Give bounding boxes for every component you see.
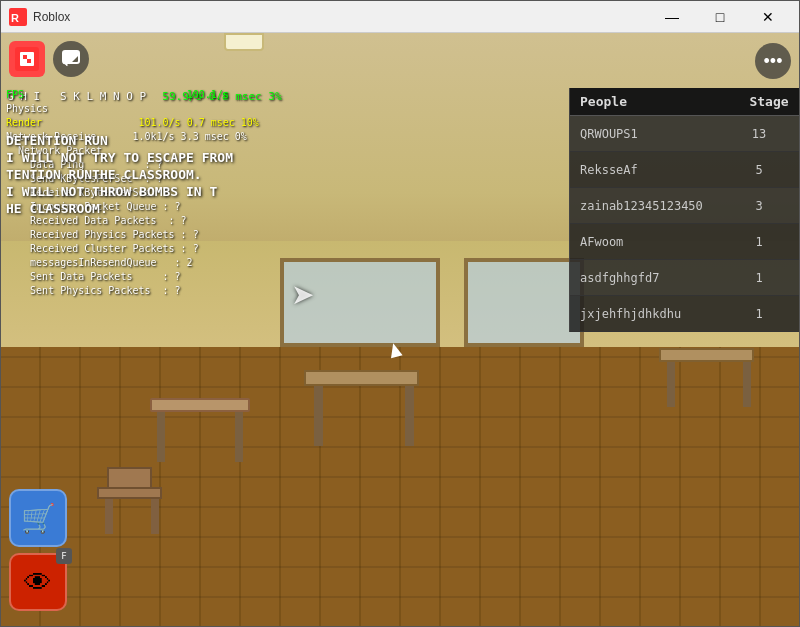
debug-recv-cluster-line: Received Cluster Packets : ? (6, 242, 259, 256)
eye-icon: 👁 (24, 566, 52, 599)
chair-left (97, 467, 167, 537)
people-stage-value: 3 (729, 199, 789, 213)
desk-right-leg2 (743, 362, 751, 407)
debug-messages-resend-line: messagesInResendQueue : 2 (6, 256, 259, 270)
debug-physics-line: Physics (6, 102, 259, 116)
close-button[interactable]: ✕ (745, 1, 791, 33)
desk-right-leg1 (667, 362, 675, 407)
people-name: QRWOUPS1 (580, 127, 729, 141)
desk-left (145, 398, 255, 478)
debug-fps-line: FPS 100.1/s (6, 88, 259, 102)
ceiling-light (224, 33, 264, 51)
chair-left-seat (97, 487, 162, 499)
people-name: ReksseAf (580, 163, 729, 177)
chat-line-1: DETENTION RUN (6, 133, 233, 148)
desk-right-top (659, 348, 754, 362)
chat-line-5: HE CLASSROOM. (6, 201, 233, 216)
people-stage-value: 1 (729, 235, 789, 249)
people-name: AFwoom (580, 235, 729, 249)
desk-center-top (304, 370, 419, 386)
desk-left-leg2 (235, 412, 243, 462)
desk-center-leg2 (405, 386, 414, 446)
people-stage-value: 13 (729, 127, 789, 141)
menu-button[interactable]: ••• (755, 43, 791, 79)
people-column-header: People (570, 88, 739, 115)
desk-center-leg1 (314, 386, 323, 446)
desk-center (304, 370, 424, 460)
people-row: jxjehfhjdhkdhu1 (570, 296, 799, 332)
chat-line-4: I WILL NOT THROW BOMBS IN T (6, 184, 233, 199)
debug-sent-data-line: Sent Data Packets : ? (6, 270, 259, 284)
desk-left-leg1 (157, 412, 165, 462)
chair-left-back (107, 467, 152, 489)
people-name: asdfghhgfd7 (580, 271, 729, 285)
game-area[interactable]: G H I S K L M N O P 59.9/s 0.8 msec 3% F… (1, 33, 799, 626)
chair-left-leg-l (105, 499, 113, 534)
window: R Roblox — □ ✕ (0, 0, 800, 627)
people-row: QRWOUPS113 (570, 116, 799, 152)
f-badge: F (56, 548, 72, 564)
stage-column-header: Stage (739, 88, 799, 115)
svg-rect-4 (23, 55, 27, 59)
titlebar-title: Roblox (33, 10, 649, 24)
people-stage-value: 1 (729, 271, 789, 285)
debug-render-line: Render 101.0/s 0.7 msec 10% (6, 116, 259, 130)
people-row: asdfghhgfd71 (570, 260, 799, 296)
svg-rect-5 (27, 59, 31, 63)
chat-overlay: DETENTION RUN I WILL NOT TRY TO ESCAPE F… (6, 133, 233, 218)
bottom-ui-icons: 🛒 👁 F (9, 489, 67, 611)
chat-line-2: I WILL NOT TRY TO ESCAPE FROM (6, 150, 233, 165)
people-stage-value: 5 (729, 163, 789, 177)
chat-line-3: TENTION RUNTHE CLASSROOM. (6, 167, 233, 182)
titlebar-controls: — □ ✕ (649, 1, 791, 33)
maximize-button[interactable]: □ (697, 1, 743, 33)
people-name: jxjehfhjdhkdhu (580, 307, 729, 321)
arrow-left-icon: ➤ (291, 278, 314, 311)
eye-btn-wrapper: 👁 F (9, 553, 67, 611)
debug-sent-physics-line: Sent Physics Packets : ? (6, 284, 259, 298)
titlebar-icon: R (9, 8, 27, 26)
svg-text:R: R (11, 12, 19, 24)
people-panel-header: People Stage (570, 88, 799, 116)
people-rows: QRWOUPS113ReksseAf5zainab123451234503AFw… (570, 116, 799, 332)
shop-button[interactable]: 🛒 (9, 489, 67, 547)
shop-icon: 🛒 (21, 502, 56, 535)
chair-left-leg-r (151, 499, 159, 534)
titlebar: R Roblox — □ ✕ (1, 1, 799, 33)
chat-icon-button[interactable] (53, 41, 89, 77)
debug-recv-physics-line: Received Physics Packets : ? (6, 228, 259, 242)
people-stage-panel: People Stage QRWOUPS113ReksseAf5zainab12… (569, 88, 799, 332)
people-row: zainab123451234503 (570, 188, 799, 224)
people-row: ReksseAf5 (570, 152, 799, 188)
people-name: zainab12345123450 (580, 199, 729, 213)
minimize-button[interactable]: — (649, 1, 695, 33)
desk-left-top (150, 398, 250, 412)
people-stage-value: 1 (729, 307, 789, 321)
people-row: AFwoom1 (570, 224, 799, 260)
window-pane-right (464, 258, 584, 347)
desk-right (659, 348, 759, 418)
roblox-logo-button[interactable] (9, 41, 45, 77)
